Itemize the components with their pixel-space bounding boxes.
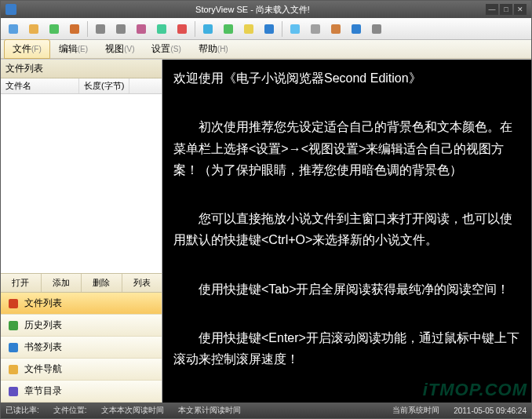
svg-rect-22 — [9, 387, 18, 396]
toolbar-print-icon[interactable] — [132, 20, 151, 38]
menu-文件[interactable]: 文件(F) — [4, 39, 50, 59]
toolbar-apple-icon[interactable] — [367, 20, 386, 38]
toolbar-open-icon[interactable] — [4, 20, 23, 38]
reader-line: 初次使用推荐您先设定适合自己的背景色和文本颜色。在菜单栏上选择<设置>→<视图设… — [173, 116, 520, 180]
nav-icon — [7, 319, 20, 332]
nav-item-文件导航[interactable]: 文件导航 — [1, 359, 162, 381]
svg-rect-7 — [157, 24, 166, 34]
svg-rect-5 — [116, 24, 126, 34]
svg-rect-13 — [290, 24, 300, 34]
svg-rect-4 — [96, 24, 105, 34]
nav-item-书签列表[interactable]: 书签列表 — [1, 337, 162, 359]
reader-line — [173, 185, 520, 206]
toolbar-film-icon[interactable] — [306, 20, 325, 38]
reader-line — [173, 256, 520, 277]
nav-label: 章节目录 — [24, 384, 62, 398]
reader-line: 您可以直接拖放小说文件到主窗口来打开阅读，也可以使用默认的快捷键<Ctrl+O>… — [173, 208, 520, 250]
toolbar-save-icon[interactable] — [260, 20, 279, 38]
minimize-button[interactable]: — — [486, 4, 498, 15]
toolbar-book-icon[interactable] — [326, 20, 345, 38]
maximize-button[interactable]: □ — [500, 4, 512, 15]
nav-label: 历史列表 — [24, 319, 62, 332]
reader-line: 欢迎使用《电子小说阅览器Second Edition》 — [173, 67, 520, 89]
left-button-row: 打开添加删除列表 — [1, 273, 162, 292]
svg-rect-6 — [137, 24, 146, 34]
file-grid-body[interactable] — [1, 94, 162, 273]
main-toolbar — [1, 18, 531, 40]
left-btn-列表[interactable]: 列表 — [122, 274, 162, 292]
svg-rect-17 — [372, 24, 381, 34]
nav-label: 书签列表 — [24, 341, 62, 354]
svg-rect-15 — [331, 24, 341, 34]
toolbar-back-icon[interactable] — [91, 20, 110, 38]
svg-rect-10 — [224, 24, 233, 34]
menu-编辑[interactable]: 编辑(E) — [50, 39, 97, 59]
toolbar-grid-icon[interactable] — [65, 20, 84, 38]
col-length[interactable]: 长度(字节) — [79, 78, 129, 93]
svg-rect-12 — [264, 24, 274, 34]
toolbar-page2-icon[interactable] — [347, 20, 366, 38]
nav-icon — [7, 385, 20, 398]
nav-icon — [7, 341, 20, 354]
reader-line: 使用快捷键<Enter>开启滚动阅读功能，通过鼠标中键上下滚动来控制滚屏速度！ — [173, 327, 520, 370]
nav-item-章节目录[interactable]: 章节目录 — [1, 381, 162, 403]
status-session-time: 文本本次阅读时间 — [101, 405, 164, 416]
panel-title: 文件列表 — [1, 60, 162, 78]
svg-rect-1 — [29, 24, 38, 34]
nav-item-历史列表[interactable]: 历史列表 — [1, 315, 162, 337]
toolbar-transfer-icon[interactable] — [199, 20, 217, 38]
close-button[interactable]: ✕ — [514, 4, 527, 15]
svg-rect-18 — [9, 299, 18, 308]
menu-设置[interactable]: 设置(S) — [143, 39, 189, 59]
toolbar-folder-icon[interactable] — [24, 20, 43, 38]
status-file-pos: 文件位置: — [53, 405, 87, 416]
toolbar-photo-icon[interactable] — [286, 20, 304, 38]
toolbar-cycle-icon[interactable] — [219, 20, 238, 38]
status-systime-label: 当前系统时间 — [392, 405, 439, 416]
svg-rect-0 — [9, 24, 18, 34]
svg-rect-19 — [9, 321, 18, 330]
status-bar: 已读比率: 文件位置: 文本本次阅读时间 本文累计阅读时间 当前系统时间 201… — [1, 403, 531, 418]
status-read-rate: 已读比率: — [5, 405, 39, 416]
svg-rect-21 — [9, 365, 18, 374]
left-btn-添加[interactable]: 添加 — [42, 274, 82, 292]
svg-rect-2 — [49, 24, 59, 34]
toolbar-flag-icon[interactable] — [173, 20, 191, 38]
status-total-time: 本文累计阅读时间 — [178, 405, 241, 416]
main-body: 文件列表 文件名 长度(字节) 打开添加删除列表 文件列表历史列表书签列表文件导… — [1, 59, 531, 403]
nav-label: 文件列表 — [24, 297, 62, 310]
menu-bar: 文件(F)编辑(E)视图(V)设置(S)帮助(H) — [1, 40, 531, 59]
menu-视图[interactable]: 视图(V) — [97, 39, 143, 59]
svg-rect-11 — [244, 24, 253, 34]
title-bar: StoryView SE - 尚未载入文件! — □ ✕ — [1, 1, 531, 18]
reader-line — [173, 93, 520, 115]
nav-list: 文件列表历史列表书签列表文件导航章节目录 — [1, 292, 162, 403]
menu-帮助[interactable]: 帮助(H) — [190, 39, 237, 59]
toolbar-refresh-icon[interactable] — [45, 20, 64, 38]
app-window: StoryView SE - 尚未载入文件! — □ ✕ 文件(F)编辑(E)视… — [0, 0, 532, 419]
svg-rect-8 — [177, 24, 187, 34]
svg-rect-9 — [203, 24, 213, 34]
svg-rect-16 — [352, 24, 361, 34]
toolbar-copy-icon[interactable] — [152, 20, 171, 38]
toolbar-page-icon[interactable] — [239, 20, 258, 38]
reader-line: 使用快捷键<Tab>开启全屏阅读获得最纯净的阅读空间！ — [173, 279, 520, 300]
left-btn-打开[interactable]: 打开 — [1, 274, 42, 292]
nav-label: 文件导航 — [24, 363, 62, 376]
col-filename[interactable]: 文件名 — [1, 78, 79, 93]
reader-line — [173, 304, 520, 326]
left-panel: 文件列表 文件名 长度(字节) 打开添加删除列表 文件列表历史列表书签列表文件导… — [1, 60, 162, 403]
svg-rect-20 — [9, 343, 18, 352]
reader-pane[interactable]: 欢迎使用《电子小说阅览器Second Edition》 初次使用推荐您先设定适合… — [162, 60, 531, 403]
nav-item-文件列表[interactable]: 文件列表 — [1, 293, 162, 315]
svg-rect-3 — [70, 24, 79, 34]
toolbar-forward-icon[interactable] — [111, 20, 130, 38]
nav-icon — [7, 363, 20, 376]
status-systime-value: 2011-05-05 09:46:24 — [454, 406, 527, 415]
app-icon — [5, 4, 16, 15]
svg-rect-14 — [311, 24, 320, 34]
left-btn-删除[interactable]: 删除 — [82, 274, 122, 292]
nav-icon — [7, 297, 20, 310]
window-title: StoryView SE - 尚未载入文件! — [21, 4, 484, 16]
file-grid-header: 文件名 长度(字节) — [1, 78, 162, 94]
